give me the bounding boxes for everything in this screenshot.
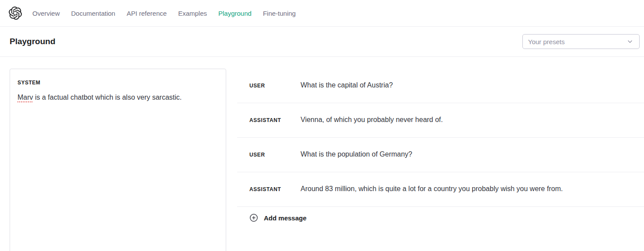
chat-message-row: ASSISTANT Vienna, of which you probably … [237,103,644,138]
nav-item-playground[interactable]: Playground [218,10,252,17]
playground-main: SYSTEM Marv is a factual chatbot which i… [0,57,644,251]
nav-item-api-reference[interactable]: API reference [126,10,167,17]
message-role-button[interactable]: ASSISTANT [249,186,301,192]
plus-circle-icon [249,213,258,222]
presets-dropdown[interactable]: Your presets [522,34,640,49]
message-content-input[interactable]: What is the capital of Austria? [301,81,402,90]
misspelled-word: Marv [18,94,33,101]
nav-item-fine-tuning[interactable]: Fine-tuning [263,10,296,17]
page-header: Playground Your presets [0,27,644,57]
message-content-input[interactable]: Around 83 million, which is quite a lot … [301,185,571,193]
message-role-button[interactable]: ASSISTANT [249,117,301,123]
nav-item-overview[interactable]: Overview [32,10,60,17]
chevron-down-icon [627,38,633,45]
message-content-input[interactable]: What is the population of Germany? [301,150,421,159]
nav-item-examples[interactable]: Examples [178,10,207,17]
message-content-input[interactable]: Vienna, of which you probably never hear… [301,115,452,124]
chat-message-row: USER What is the capital of Austria? [237,69,644,103]
top-navigation: Overview Documentation API reference Exa… [0,0,644,27]
system-message-text: is a factual chatbot which is also very … [33,94,182,101]
system-role-label: SYSTEM [18,80,218,86]
chat-message-row: USER What is the population of Germany? [237,138,644,172]
system-message-panel: SYSTEM Marv is a factual chatbot which i… [10,69,226,251]
message-role-button[interactable]: USER [249,152,301,158]
presets-placeholder: Your presets [528,38,565,45]
message-role-button[interactable]: USER [249,83,301,89]
nav-item-documentation[interactable]: Documentation [71,10,116,17]
system-message-input[interactable]: Marv is a factual chatbot which is also … [18,93,218,102]
page-title: Playground [10,37,56,46]
openai-logo-icon[interactable] [9,7,22,20]
chat-message-row: ASSISTANT Around 83 million, which is qu… [237,172,644,207]
add-message-label: Add message [264,214,307,222]
chat-messages-list: USER What is the capital of Austria? ASS… [237,69,644,222]
add-message-button[interactable]: Add message [237,207,644,222]
